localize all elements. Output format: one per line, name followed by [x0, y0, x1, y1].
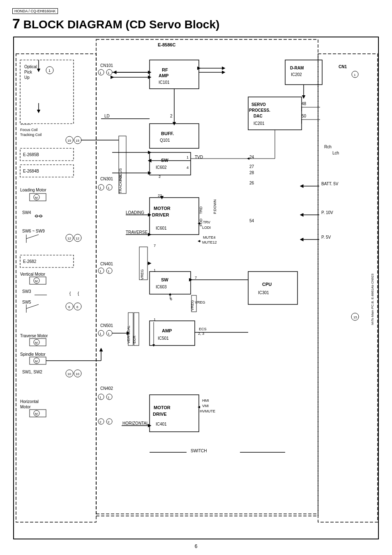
svg-text:12: 12: [67, 237, 71, 240]
svg-text:SW6 ~ SW9: SW6 ~ SW9: [22, 229, 45, 233]
svg-text:Pick: Pick: [24, 70, 32, 74]
svg-text:IC301: IC301: [258, 290, 269, 295]
svg-text:SW5: SW5: [22, 300, 31, 304]
page: HONDA / CQ-EH8160AK 7 BLOCK DIAGRAM (CD …: [0, 0, 392, 555]
svg-text:BUFF.: BUFF.: [161, 131, 174, 136]
svg-rect-0: [96, 39, 318, 516]
svg-rect-67: [150, 152, 191, 175]
svg-text:50: 50: [302, 114, 307, 118]
svg-text:4: 4: [187, 166, 189, 170]
svg-text:SERVO: SERVO: [251, 102, 266, 107]
svg-text:27: 27: [249, 164, 254, 169]
svg-text:M: M: [35, 359, 38, 363]
svg-text:1: 1: [99, 186, 101, 190]
page-title: 7 BLOCK DIAGRAM (CD Servo Block): [12, 16, 380, 32]
svg-text:SW4: SW4: [22, 210, 31, 215]
svg-text:TRD: TRD: [199, 206, 203, 214]
svg-text:VREG: VREG: [190, 300, 194, 311]
svg-text:IC603: IC603: [156, 285, 167, 289]
svg-text:LODI: LODI: [202, 226, 211, 230]
svg-text:6: 6: [170, 297, 172, 301]
svg-line-136: [26, 304, 39, 309]
diagram-container: E-8586C Optical Pick Up 1 ~~~~~ Focus Co…: [13, 37, 379, 539]
svg-text:1: 1: [354, 73, 356, 77]
svg-text:PROCESS.: PROCESS.: [249, 108, 270, 113]
svg-text:CN401: CN401: [100, 262, 113, 266]
svg-rect-24: [150, 60, 199, 89]
svg-line-106: [26, 235, 39, 239]
svg-text:Loading Motor: Loading Motor: [20, 188, 47, 192]
svg-text:TRV: TRV: [203, 220, 210, 224]
svg-text:HVMUTE: HVMUTE: [200, 409, 215, 413]
svg-text:AMP: AMP: [159, 73, 168, 78]
svg-text:Tracking Coil: Tracking Coil: [20, 133, 42, 137]
svg-text:DRIVE: DRIVE: [153, 412, 167, 417]
svg-text:AMP: AMP: [162, 328, 172, 333]
diagram-svg: E-8586C Optical Pick Up 1 ~~~~~ Focus Co…: [14, 37, 380, 539]
svg-text:SWITCH: SWITCH: [191, 449, 207, 453]
svg-text:1: 1: [99, 332, 101, 336]
svg-text:6: 6: [68, 305, 70, 309]
svg-text:1: 1: [108, 332, 110, 336]
svg-text:RF: RF: [162, 67, 168, 72]
svg-text:Lch: Lch: [332, 151, 339, 155]
svg-text:1: 1: [154, 268, 156, 272]
svg-text:1: 1: [99, 269, 101, 273]
svg-text:VMI: VMI: [202, 404, 209, 408]
svg-text:1: 1: [154, 318, 156, 322]
svg-rect-137: [150, 272, 191, 294]
svg-text:IC401: IC401: [156, 422, 167, 426]
svg-text:M: M: [35, 196, 38, 200]
svg-text:1: 1: [187, 155, 189, 159]
svg-text:P. 5V: P. 5V: [321, 235, 331, 240]
svg-text:28: 28: [249, 170, 254, 175]
svg-text:15: 15: [76, 139, 79, 143]
svg-text:SW: SW: [161, 277, 168, 282]
svg-text:LOADING: LOADING: [126, 210, 144, 215]
svg-text:D-RAM: D-RAM: [290, 66, 304, 70]
svg-text:Spindle Motor: Spindle Motor: [20, 352, 46, 357]
svg-text:SW: SW: [161, 158, 168, 163]
svg-text:IC101: IC101: [159, 80, 170, 85]
svg-text:SW1, SW2: SW1, SW2: [22, 370, 42, 374]
svg-text:Traverse Motor: Traverse Motor: [20, 334, 48, 338]
svg-text:22: 22: [158, 193, 162, 198]
svg-text:6: 6: [76, 305, 78, 309]
svg-text:E-2682: E-2682: [23, 259, 37, 264]
svg-text:SW3: SW3: [22, 289, 31, 294]
svg-text:CN301: CN301: [100, 177, 113, 181]
svg-text:15: 15: [67, 139, 71, 143]
svg-text:7: 7: [154, 244, 156, 248]
svg-text:MOTOR: MOTOR: [154, 206, 171, 211]
svg-text:2: 2: [99, 420, 101, 424]
svg-text:CN402: CN402: [100, 386, 113, 391]
svg-text:CN101: CN101: [100, 63, 113, 68]
svg-text:HMI: HMI: [202, 398, 209, 403]
svg-text:~~~~~: ~~~~~: [20, 122, 31, 127]
svg-text:48: 48: [302, 101, 307, 106]
svg-text:1: 1: [108, 396, 110, 399]
svg-text:1: 1: [108, 269, 110, 273]
svg-text:Rch: Rch: [324, 145, 332, 149]
svg-text:1: 1: [99, 396, 101, 399]
svg-text:Q101: Q101: [160, 138, 170, 143]
top-label: HONDA / CQ-EH8160AK: [12, 8, 58, 14]
svg-rect-176: [150, 321, 195, 345]
svg-text:E-2684B: E-2684B: [23, 169, 39, 173]
svg-text:26: 26: [249, 181, 254, 185]
svg-text:Optical: Optical: [24, 64, 37, 69]
svg-text:54: 54: [249, 219, 254, 223]
svg-text:Vertical Motor: Vertical Motor: [20, 272, 46, 276]
svg-text:IC501: IC501: [158, 336, 169, 341]
svg-text:IC202: IC202: [291, 72, 302, 77]
svg-text:Motor: Motor: [20, 405, 31, 409]
svg-text:VREG: VREG: [140, 269, 144, 280]
svg-text:E-2685B: E-2685B: [23, 152, 39, 157]
svg-text:IC602: IC602: [156, 165, 167, 170]
svg-rect-148: [248, 272, 297, 304]
svg-text:7: 7: [195, 276, 197, 280]
svg-text:Focus Coil: Focus Coil: [20, 128, 38, 132]
svg-text:CN501: CN501: [100, 323, 113, 328]
svg-text:P. 10V: P. 10V: [321, 210, 333, 215]
svg-text:E-8586C: E-8586C: [158, 42, 175, 47]
